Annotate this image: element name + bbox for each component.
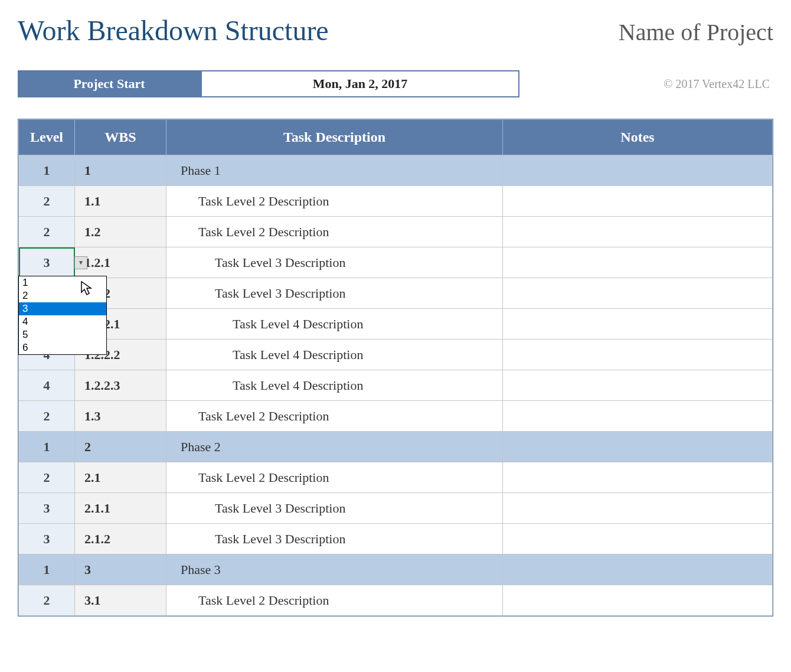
level-cell[interactable]: 2	[19, 186, 75, 217]
dropdown-list: 123456	[18, 276, 107, 355]
wbs-table-wrap: Level WBS Task Description Notes 11Phase…	[18, 119, 773, 616]
col-header-notes: Notes	[503, 120, 773, 155]
notes-cell[interactable]	[503, 554, 773, 585]
level-cell[interactable]: 3▼123456	[19, 247, 75, 278]
table-row: 12Phase 2	[19, 432, 773, 462]
description-cell[interactable]: Phase 3	[166, 554, 503, 585]
level-cell[interactable]: 2	[19, 585, 75, 616]
wbs-cell[interactable]: 1.1	[75, 186, 166, 217]
dropdown-item[interactable]: 4	[19, 315, 106, 328]
level-cell[interactable]: 3	[19, 493, 75, 524]
wbs-cell[interactable]: 1.2.1	[75, 247, 166, 278]
wbs-cell[interactable]: 3	[75, 554, 166, 585]
dropdown-item[interactable]: 6	[19, 341, 106, 354]
notes-cell[interactable]	[503, 309, 773, 340]
description-cell[interactable]: Task Level 4 Description	[166, 340, 503, 370]
header: Work Breakdown Structure Name of Project	[18, 14, 773, 47]
level-cell[interactable]: 2	[19, 462, 75, 493]
dropdown-item[interactable]: 2	[19, 289, 106, 302]
notes-cell[interactable]	[503, 340, 773, 370]
notes-cell[interactable]	[503, 462, 773, 493]
notes-cell[interactable]	[503, 247, 773, 278]
chevron-down-icon: ▼	[78, 259, 84, 266]
description-cell[interactable]: Task Level 2 Description	[166, 462, 503, 493]
notes-cell[interactable]	[503, 186, 773, 217]
description-cell[interactable]: Task Level 3 Description	[166, 278, 503, 309]
project-start-label: Project Start	[18, 70, 201, 97]
wbs-cell[interactable]: 1	[75, 155, 166, 186]
notes-cell[interactable]	[503, 432, 773, 462]
wbs-cell[interactable]: 2.1.1	[75, 493, 166, 524]
notes-cell[interactable]	[503, 217, 773, 247]
table-row: 11Phase 1	[19, 155, 773, 186]
description-cell[interactable]: Task Level 3 Description	[166, 247, 503, 278]
description-cell[interactable]: Task Level 2 Description	[166, 585, 503, 616]
table-row: 41.2.2.3Task Level 4 Description	[19, 370, 773, 401]
table-row: 41.2.2.2Task Level 4 Description	[19, 340, 773, 370]
wbs-cell[interactable]: 2.1.2	[75, 524, 166, 554]
wbs-cell[interactable]: 2.1	[75, 462, 166, 493]
col-header-wbs: WBS	[75, 120, 166, 155]
description-cell[interactable]: Task Level 3 Description	[166, 493, 503, 524]
description-cell[interactable]: Task Level 2 Description	[166, 401, 503, 432]
description-cell[interactable]: Task Level 2 Description	[166, 217, 503, 247]
table-row: 22.1Task Level 2 Description	[19, 462, 773, 493]
notes-cell[interactable]	[503, 585, 773, 616]
description-cell[interactable]: Phase 1	[166, 155, 503, 186]
description-cell[interactable]: Task Level 4 Description	[166, 370, 503, 401]
level-cell[interactable]: 1	[19, 155, 75, 186]
level-cell[interactable]: 2	[19, 401, 75, 432]
level-cell[interactable]: 1	[19, 554, 75, 585]
table-row: 3▼1234561.2.1Task Level 3 Description	[19, 247, 773, 278]
dropdown-toggle[interactable]: ▼	[74, 256, 87, 269]
table-row: 21.2Task Level 2 Description	[19, 217, 773, 247]
table-row: 31.2.2Task Level 3 Description	[19, 278, 773, 309]
wbs-table: Level WBS Task Description Notes 11Phase…	[18, 119, 773, 616]
description-cell[interactable]: Task Level 4 Description	[166, 309, 503, 340]
notes-cell[interactable]	[503, 524, 773, 554]
level-cell[interactable]: 4	[19, 370, 75, 401]
notes-cell[interactable]	[503, 278, 773, 309]
project-name: Name of Project	[619, 18, 773, 46]
table-row: 32.1.1Task Level 3 Description	[19, 493, 773, 524]
notes-cell[interactable]	[503, 493, 773, 524]
wbs-cell[interactable]: 2	[75, 432, 166, 462]
wbs-cell[interactable]: 3.1	[75, 585, 166, 616]
dropdown-item[interactable]: 1	[19, 276, 106, 289]
dropdown-item[interactable]: 3	[19, 302, 106, 315]
table-row: 32.1.2Task Level 3 Description	[19, 524, 773, 554]
level-cell[interactable]: 1	[19, 432, 75, 462]
copyright-text: © 2017 Vertex42 LLC	[663, 77, 773, 91]
col-header-level: Level	[19, 120, 75, 155]
col-header-desc: Task Description	[166, 120, 503, 155]
notes-cell[interactable]	[503, 155, 773, 186]
project-start-row: Project Start Mon, Jan 2, 2017 © 2017 Ve…	[18, 70, 773, 97]
table-row: 21.3Task Level 2 Description	[19, 401, 773, 432]
project-start-date[interactable]: Mon, Jan 2, 2017	[201, 70, 519, 97]
description-cell[interactable]: Phase 2	[166, 432, 503, 462]
description-cell[interactable]: Task Level 2 Description	[166, 186, 503, 217]
level-cell[interactable]: 2	[19, 217, 75, 247]
notes-cell[interactable]	[503, 401, 773, 432]
wbs-cell[interactable]: 1.3	[75, 401, 166, 432]
page-title: Work Breakdown Structure	[18, 14, 329, 47]
table-row: 23.1Task Level 2 Description	[19, 585, 773, 616]
wbs-cell[interactable]: 1.2	[75, 217, 166, 247]
description-cell[interactable]: Task Level 3 Description	[166, 524, 503, 554]
wbs-cell[interactable]: 1.2.2.3	[75, 370, 166, 401]
table-header-row: Level WBS Task Description Notes	[19, 120, 773, 155]
table-row: 21.1Task Level 2 Description	[19, 186, 773, 217]
dropdown-item[interactable]: 5	[19, 328, 106, 341]
notes-cell[interactable]	[503, 370, 773, 401]
table-row: 13Phase 3	[19, 554, 773, 585]
level-cell[interactable]: 3	[19, 524, 75, 554]
table-row: 41.2.2.1Task Level 4 Description	[19, 309, 773, 340]
